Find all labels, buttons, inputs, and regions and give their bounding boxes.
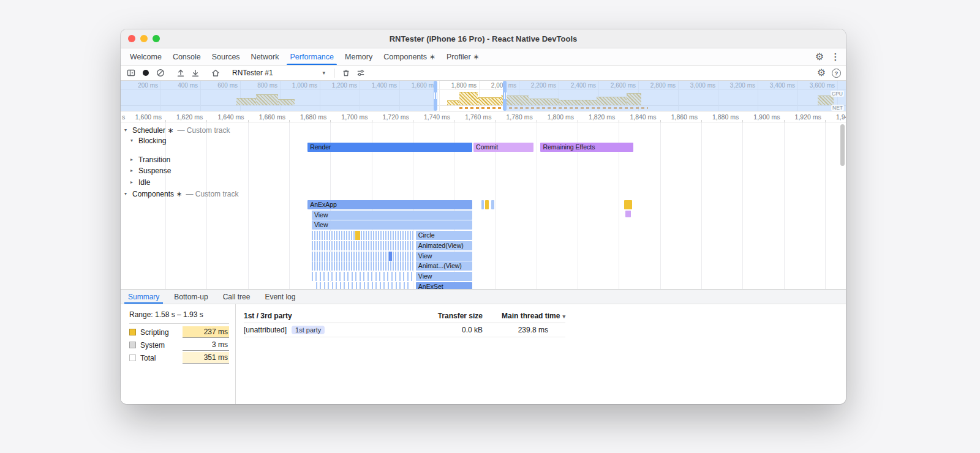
toolbar-right-actions: ⚙ ? — [815, 66, 842, 80]
flame-bar-view[interactable]: View — [312, 220, 472, 230]
summary-legend: Scripting237 msSystem3 msTotal351 ms — [129, 326, 229, 364]
main-tab-strip: WelcomeConsoleSourcesNetworkPerformanceM… — [121, 48, 846, 66]
track-row-transition[interactable]: ▸Transition — [130, 155, 170, 163]
flame-bar[interactable] — [481, 200, 484, 209]
ruler-tick — [701, 120, 702, 122]
flame-bar-remaining-effects[interactable]: Remaining Effects — [540, 143, 633, 152]
flame-bar[interactable] — [491, 200, 494, 209]
flame-bar-view[interactable]: View — [312, 211, 472, 220]
track-group-scheduler[interactable]: ▾Scheduler ∗— Custom track — [124, 126, 230, 134]
party-name: [unattributed] — [244, 326, 287, 334]
close-window-button[interactable] — [128, 35, 135, 42]
flame-bar-anexset[interactable]: AnExSet — [416, 282, 473, 289]
tab-profiler[interactable]: Profiler ∗ — [441, 48, 485, 65]
settings-gear-icon[interactable]: ⚙ — [813, 50, 826, 64]
tab-components[interactable]: Components ∗ — [378, 48, 441, 65]
track-name: Scheduler ∗ — [132, 126, 173, 135]
legend-value: 3 ms — [183, 339, 229, 351]
track-row-suspense[interactable]: ▸Suspense — [130, 167, 171, 174]
flame-bar[interactable] — [625, 211, 631, 217]
flame-bar-commit[interactable]: Commit — [473, 143, 533, 152]
flame-chart[interactable]: ▾Scheduler ∗— Custom track▾Blocking▸Tran… — [121, 123, 846, 289]
tab-memory[interactable]: Memory — [339, 48, 378, 65]
tab-network[interactable]: Network — [246, 48, 285, 65]
timeline-minimap[interactable]: 200 ms400 ms600 ms800 ms1,000 ms1,200 ms… — [121, 81, 846, 111]
save-profile-icon[interactable] — [189, 66, 202, 80]
column-transfer-size[interactable]: Transfer size — [418, 309, 483, 323]
flame-bar-anexapp[interactable]: AnExApp — [307, 200, 472, 209]
bottom-tab-bottom-up[interactable]: Bottom-up — [167, 290, 215, 304]
collect-garbage-icon[interactable] — [339, 66, 353, 80]
track-row-idle[interactable]: ▸Idle — [130, 178, 150, 186]
flame-bar-view[interactable]: View — [416, 272, 473, 281]
tab-welcome[interactable]: Welcome — [124, 48, 167, 65]
bottom-tab-summary[interactable]: Summary — [121, 290, 167, 304]
target-select[interactable]: RNTester #1 ▾ — [228, 69, 329, 77]
track-suffix: — Custom track — [186, 190, 238, 198]
record-icon[interactable] — [139, 66, 153, 80]
bottom-tab-event-log[interactable]: Event log — [257, 290, 303, 304]
minimize-window-button[interactable] — [140, 35, 148, 42]
target-select-label: RNTester #1 — [232, 69, 273, 77]
bottom-tab-call-tree[interactable]: Call tree — [216, 290, 258, 304]
track-row-blocking[interactable]: ▾Blocking — [130, 137, 166, 144]
party-table: 1st / 3rd party Transfer size Main threa… — [244, 309, 846, 337]
grid-line — [701, 123, 702, 289]
flame-bar-animated-view[interactable]: Animated(View) — [416, 241, 473, 250]
grid-line — [206, 123, 207, 289]
scrollbar-thumb[interactable] — [840, 124, 845, 166]
flame-bar-view[interactable]: View — [416, 252, 473, 261]
summary-pane: Range: 1.58 s – 1.93 s Scripting237 msSy… — [121, 304, 236, 404]
track-row-name: Idle — [138, 178, 150, 187]
ruler-tick-label: 1,940 ms — [836, 113, 846, 121]
flame-bar[interactable] — [624, 200, 632, 209]
flame-bar-render[interactable]: Render — [307, 143, 472, 152]
flame-micro-bars[interactable] — [316, 282, 411, 289]
zoom-window-button[interactable] — [153, 35, 160, 42]
flame-micro-bars[interactable] — [312, 252, 415, 261]
tab-performance[interactable]: Performance — [284, 48, 339, 65]
kebab-menu-icon[interactable]: ⋮ — [829, 50, 842, 64]
flame-bar[interactable] — [485, 200, 488, 209]
sort-arrow-icon: ▾ — [562, 313, 565, 320]
ruler-tick — [248, 120, 249, 122]
minimap-right-handle[interactable] — [503, 81, 507, 111]
tab-console[interactable]: Console — [167, 48, 206, 65]
grid-line — [660, 123, 661, 289]
minimap-grid-line — [479, 81, 480, 111]
minimap-left-handle[interactable] — [434, 81, 437, 111]
ruler-tick-label: 1,740 ms — [424, 113, 450, 121]
capture-settings-gear-icon[interactable]: ⚙ — [815, 66, 828, 80]
party-table-pane: 1st / 3rd party Transfer size Main threa… — [236, 304, 846, 404]
flame-micro-bars[interactable] — [312, 231, 415, 240]
ruler-tick-label: 1,880 ms — [712, 113, 739, 121]
ruler-tick-label: 1,860 ms — [671, 113, 698, 121]
capture-settings-icon[interactable] — [354, 66, 368, 80]
help-icon[interactable]: ? — [832, 69, 841, 78]
disclosure-triangle-icon: ▸ — [130, 179, 136, 185]
tab-sources[interactable]: Sources — [206, 48, 246, 65]
flame-micro-bars[interactable] — [312, 241, 415, 250]
cpu-activity-band — [459, 92, 478, 105]
sidebar-toggle-icon[interactable] — [124, 66, 138, 80]
ruler-tick — [413, 120, 413, 122]
flame-accent-bar[interactable] — [389, 252, 392, 261]
grid-line — [825, 123, 826, 289]
flame-accent-bar[interactable] — [355, 231, 360, 240]
clear-icon[interactable] — [154, 66, 167, 80]
flame-micro-bars[interactable] — [312, 261, 415, 271]
load-profile-icon[interactable] — [174, 66, 187, 80]
flame-bar-animat-view[interactable]: Animat...(View) — [416, 261, 473, 271]
track-group-components[interactable]: ▾Components ∗— Custom track — [124, 190, 238, 198]
ruler-tick-label: 1,660 ms — [259, 113, 285, 121]
legend-label: System — [140, 341, 183, 350]
timeline-ruler: s 1,600 ms1,620 ms1,640 ms1,660 ms1,680 … — [121, 111, 846, 123]
cpu-lane-label: CPU — [831, 91, 844, 97]
ruler-tick — [578, 120, 578, 122]
home-icon[interactable] — [209, 66, 222, 80]
column-party[interactable]: 1st / 3rd party — [244, 309, 418, 323]
legend-label: Total — [140, 354, 183, 362]
flame-micro-bars[interactable] — [312, 272, 415, 281]
column-main-thread-time[interactable]: Main thread time▾ — [483, 309, 565, 323]
flame-bar-circle[interactable]: Circle — [416, 231, 473, 240]
